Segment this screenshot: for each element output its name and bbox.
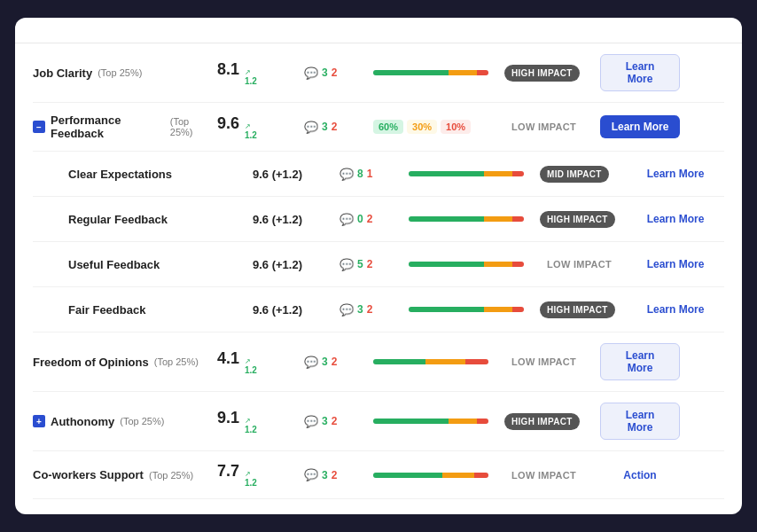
learn-more-button[interactable]: Learn More — [636, 253, 715, 276]
score-value: 9.6 — [217, 114, 239, 133]
comment-count-negative: 2 — [332, 356, 338, 368]
comment-count-positive: 5 — [357, 258, 363, 270]
comment-icon: 💬 — [339, 213, 354, 226]
score-area: 9.1↗1.2 — [217, 409, 297, 434]
comment-icon: 💬 — [339, 258, 354, 271]
row-name: +Authonomy(Top 25%) — [33, 415, 210, 428]
impact-area: HIGH IMPACT — [540, 211, 628, 228]
learn-more-button[interactable]: Learn More — [600, 54, 680, 91]
comment-count-positive: 3 — [322, 66, 328, 79]
comments-area: 💬32 — [304, 66, 366, 80]
score-value: 8.1 — [217, 60, 239, 79]
learn-more-button[interactable]: Learn More — [636, 162, 715, 185]
score-area: 9.6↗1.2 — [217, 114, 297, 140]
bar-segment-red — [512, 216, 524, 222]
score-value: 9.6 (+1.2) — [253, 213, 302, 226]
bar-segment-yellow — [442, 473, 474, 478]
comments-area: 💬52 — [339, 258, 402, 271]
bar-segment-green — [373, 70, 449, 75]
comment-count-negative: 1 — [367, 168, 373, 180]
row-name: Co-workers Support(Top 25%) — [33, 468, 210, 481]
impact-badge: LOW IMPACT — [504, 118, 583, 136]
bar-area — [409, 171, 533, 176]
plus-icon: + — [33, 415, 45, 427]
comment-icon: 💬 — [339, 303, 354, 317]
row-name: −Performance Feedback(Top 25%) — [33, 113, 210, 140]
impact-badge: MID IMPACT — [540, 166, 609, 183]
comment-icon: 💬 — [304, 66, 318, 80]
learn-more-button[interactable]: Action — [600, 464, 680, 487]
comment-count-negative: 2 — [332, 121, 338, 133]
score-area: 9.6 (+1.2) — [253, 213, 332, 226]
score-value: 4.1 — [217, 349, 239, 368]
impact-area: LOW IMPACT — [540, 255, 628, 273]
learn-more-button[interactable]: Learn More — [600, 403, 680, 440]
bar-segment-green — [373, 359, 425, 364]
impact-area: LOW IMPACT — [504, 353, 593, 371]
sort-control — [714, 31, 724, 42]
pct-badge-green: 60% — [373, 120, 403, 134]
bar-segment-red — [512, 262, 524, 267]
row-name-text: Performance Feedback — [51, 113, 165, 140]
comment-icon: 💬 — [304, 121, 318, 134]
table-row: Clear Expectations9.6 (+1.2)💬81MID IMPAC… — [33, 152, 724, 197]
comments-area: 💬02 — [339, 213, 402, 226]
table-row: Freedom of Opinions(Top 25%)4.1↗1.2💬32LO… — [33, 332, 724, 392]
impact-area: HIGH IMPACT — [504, 65, 593, 82]
top-pct-label: (Top 25%) — [98, 67, 142, 78]
bar-segment-green — [373, 473, 442, 478]
top-pct-label: (Top 25%) — [120, 416, 164, 426]
bar-track — [409, 216, 524, 222]
bar-segment-yellow — [484, 262, 513, 267]
comment-count-negative: 2 — [367, 213, 373, 225]
learn-more-button[interactable]: Learn More — [600, 115, 680, 138]
row-name-text: Authonomy — [51, 415, 114, 428]
comments-area: 💬32 — [304, 415, 366, 428]
bar-segment-red — [465, 359, 488, 364]
score-area: 9.6 (+1.2) — [253, 258, 332, 271]
bar-segment-yellow — [425, 359, 466, 364]
learn-more-button[interactable]: Learn More — [636, 207, 715, 231]
minus-icon: − — [33, 121, 45, 133]
table-row: Useful Feedback9.6 (+1.2)💬52LOW IMPACTLe… — [33, 242, 724, 287]
comment-icon: 💬 — [339, 168, 354, 181]
row-name-text: Useful Feedback — [68, 258, 160, 271]
tabs-header — [15, 18, 742, 43]
bar-segment-green — [409, 307, 484, 312]
impact-area: MID IMPACT — [540, 166, 628, 183]
row-name-text: Fair Feedback — [68, 303, 145, 317]
learn-more-button[interactable]: Learn More — [636, 298, 715, 321]
impact-badge: HIGH IMPACT — [540, 211, 615, 228]
comment-count-positive: 3 — [322, 356, 328, 368]
bar-segment-red — [477, 419, 488, 424]
delta-value: 1.2 — [245, 478, 257, 488]
comment-count-negative: 2 — [367, 303, 373, 316]
delta-value: 1.2 — [245, 76, 257, 86]
bar-area — [409, 262, 533, 267]
bar-area — [373, 70, 497, 75]
impact-badge: HIGH IMPACT — [504, 413, 580, 430]
pct-badge-yellow: 30% — [407, 120, 437, 134]
delta-arrow-icon: ↗ — [245, 122, 251, 130]
comment-count-positive: 0 — [357, 213, 363, 225]
row-name: Useful Feedback — [68, 258, 246, 271]
row-name: Regular Feedback — [68, 213, 246, 226]
learn-more-button[interactable]: Learn More — [600, 343, 680, 380]
row-name-text: Clear Expectations — [68, 168, 172, 181]
top-pct-label: (Top 25%) — [170, 116, 210, 137]
row-name-text: Co-workers Support — [33, 468, 144, 481]
bar-track — [409, 171, 524, 176]
impact-badge: HIGH IMPACT — [504, 65, 580, 82]
comment-icon: 💬 — [304, 415, 318, 428]
score-area: 9.6 (+1.2) — [253, 303, 332, 317]
comment-icon: 💬 — [304, 356, 318, 369]
comments-area: 💬32 — [304, 121, 366, 134]
comment-count-negative: 2 — [332, 469, 338, 481]
delta-arrow-icon: ↗ — [245, 470, 251, 478]
comment-count-positive: 3 — [322, 121, 328, 133]
bar-segment-green — [409, 171, 484, 176]
bar-segment-yellow — [449, 419, 478, 424]
impact-badge: LOW IMPACT — [540, 255, 619, 273]
bar-area — [373, 419, 497, 424]
impact-badge: LOW IMPACT — [504, 353, 583, 371]
